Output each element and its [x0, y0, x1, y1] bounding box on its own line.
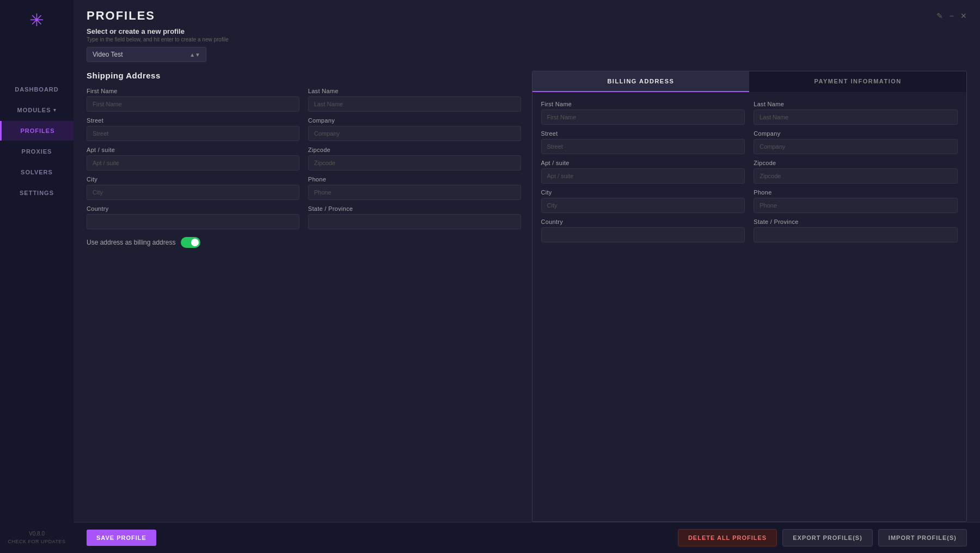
bill-country-label: Country	[541, 218, 745, 225]
profile-current-value: Video Test	[93, 51, 123, 58]
ship-apt-field: Apt / suite	[87, 147, 299, 171]
bill-state-input[interactable]	[754, 227, 958, 242]
bottom-bar: SAVE PROFILE DELETE ALL PROFILES EXPORT …	[74, 522, 980, 553]
window-controls: ✎ − ✕	[936, 11, 967, 20]
bill-city-label: City	[541, 189, 745, 196]
sidebar-modules-label: MODULES	[17, 107, 51, 113]
tab-payment-info[interactable]: PAYMENT INFORMATION	[749, 71, 966, 92]
bill-first-name-field: First Name	[541, 101, 745, 125]
bill-phone-input[interactable]	[754, 198, 958, 213]
ship-city-label: City	[87, 176, 299, 183]
ship-first-name-field: First Name	[87, 88, 299, 112]
bill-country-field: Country	[541, 218, 745, 242]
dropdown-arrows: ▲▼	[189, 52, 200, 58]
export-profiles-button[interactable]: EXPORT PROFILE(S)	[782, 529, 873, 546]
ship-apt-input[interactable]	[87, 155, 299, 171]
bill-zipcode-label: Zipcode	[754, 160, 958, 166]
ship-last-name-field: Last Name	[308, 88, 521, 112]
bill-street-field: Street	[541, 130, 745, 154]
ship-first-name-label: First Name	[87, 88, 299, 94]
ship-last-name-label: Last Name	[308, 88, 521, 94]
profile-dropdown-row: Video Test ▲▼	[87, 47, 967, 62]
shipping-form-grid: First Name Last Name Street	[87, 88, 521, 229]
bill-last-name-label: Last Name	[754, 101, 958, 107]
save-profile-button[interactable]: SAVE PROFILE	[87, 530, 156, 546]
bill-city-field: City	[541, 189, 745, 213]
billing-section: BILLING ADDRESS PAYMENT INFORMATION Firs…	[532, 71, 967, 522]
app-version: V0.8.0	[8, 531, 66, 537]
sidebar-item-settings[interactable]: SETTINGS	[0, 183, 74, 203]
shipping-section: Shipping Address First Name Last Name St…	[87, 71, 521, 522]
sidebar-item-profiles[interactable]: PROFILES	[0, 121, 74, 141]
check-updates-label[interactable]: CHECK FOR UPDATES	[8, 539, 66, 544]
bill-apt-input[interactable]	[541, 168, 745, 184]
ship-street-field: Street	[87, 117, 299, 141]
ship-company-input[interactable]	[308, 126, 521, 141]
profile-select-hint: Type in the field below, and hit enter t…	[87, 37, 967, 42]
ship-state-label: State / Province	[308, 205, 521, 212]
ship-phone-field: Phone	[308, 176, 521, 200]
tab-billing-address[interactable]: BILLING ADDRESS	[532, 71, 750, 92]
ship-last-name-input[interactable]	[308, 96, 521, 112]
ship-zipcode-input[interactable]	[308, 155, 521, 171]
ship-country-field: Country	[87, 205, 299, 229]
ship-country-input[interactable]	[87, 214, 299, 229]
ship-country-label: Country	[87, 205, 299, 212]
billing-toggle[interactable]	[181, 237, 200, 248]
bill-state-field: State / Province	[754, 218, 958, 242]
profile-select-section: Select or create a new profile Type in t…	[87, 27, 967, 62]
ship-company-field: Company	[308, 117, 521, 141]
ship-zipcode-label: Zipcode	[308, 147, 521, 153]
sidebar-item-proxies[interactable]: PROXIES	[0, 142, 74, 161]
bill-company-input[interactable]	[754, 139, 958, 154]
content-area: Select or create a new profile Type in t…	[74, 27, 980, 522]
ship-phone-label: Phone	[308, 176, 521, 183]
bottom-right-buttons: DELETE ALL PROFILES EXPORT PROFILE(S) IM…	[678, 529, 967, 546]
main-content: PROFILES ✎ − ✕ Select or create a new pr…	[74, 0, 980, 553]
ship-first-name-input[interactable]	[87, 96, 299, 112]
bill-country-input[interactable]	[541, 227, 745, 242]
ship-city-field: City	[87, 176, 299, 200]
bill-state-label: State / Province	[754, 218, 958, 225]
billing-tabs: BILLING ADDRESS PAYMENT INFORMATION	[532, 71, 967, 92]
ship-state-input[interactable]	[308, 214, 521, 229]
billing-form: First Name Last Name Street	[532, 92, 967, 251]
bill-company-field: Company	[754, 130, 958, 154]
profile-dropdown[interactable]: Video Test ▲▼	[87, 47, 206, 62]
bill-phone-label: Phone	[754, 189, 958, 196]
bill-company-label: Company	[754, 130, 958, 137]
minimize-icon[interactable]: −	[950, 11, 954, 20]
bill-first-name-input[interactable]	[541, 110, 745, 125]
ship-street-input[interactable]	[87, 126, 299, 141]
bill-zipcode-input[interactable]	[754, 168, 958, 184]
sidebar-nav: DASHBOARD MODULES ▾ PROFILES PROXIES SOL…	[0, 80, 74, 531]
ship-apt-label: Apt / suite	[87, 147, 299, 153]
sidebar-item-modules[interactable]: MODULES ▾	[0, 100, 74, 120]
bill-last-name-input[interactable]	[754, 110, 958, 125]
bill-zipcode-field: Zipcode	[754, 160, 958, 184]
bill-phone-field: Phone	[754, 189, 958, 213]
import-profiles-button[interactable]: IMPORT PROFILE(S)	[878, 529, 967, 546]
shipping-section-title: Shipping Address	[87, 71, 521, 80]
sidebar: ✳ DASHBOARD MODULES ▾ PROFILES PROXIES S…	[0, 0, 74, 553]
bill-street-input[interactable]	[541, 139, 745, 154]
delete-all-profiles-button[interactable]: DELETE ALL PROFILES	[678, 529, 777, 546]
billing-toggle-row: Use address as billing address	[87, 237, 521, 248]
edit-icon[interactable]: ✎	[936, 11, 943, 20]
bill-street-label: Street	[541, 130, 745, 137]
sidebar-item-dashboard[interactable]: DASHBOARD	[0, 80, 74, 99]
app-logo: ✳	[29, 10, 44, 31]
titlebar: PROFILES ✎ − ✕	[74, 0, 980, 27]
billing-form-grid: First Name Last Name Street	[541, 101, 958, 242]
close-icon[interactable]: ✕	[960, 11, 967, 20]
sidebar-bottom: V0.8.0 CHECK FOR UPDATES	[8, 531, 66, 553]
ship-state-field: State / Province	[308, 205, 521, 229]
bill-first-name-label: First Name	[541, 101, 745, 107]
sidebar-item-solvers[interactable]: SOLVERS	[0, 162, 74, 182]
ship-phone-input[interactable]	[308, 185, 521, 200]
ship-street-label: Street	[87, 117, 299, 124]
bill-apt-field: Apt / suite	[541, 160, 745, 184]
page-title: PROFILES	[87, 9, 155, 23]
bill-city-input[interactable]	[541, 198, 745, 213]
ship-city-input[interactable]	[87, 185, 299, 200]
